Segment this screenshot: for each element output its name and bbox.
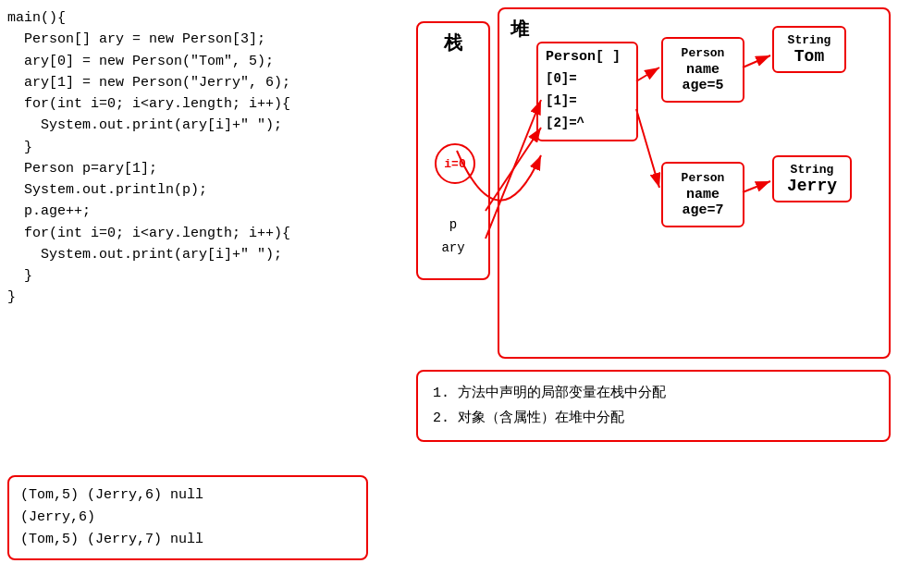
- note-2: 2. 对象（含属性）在堆中分配: [433, 406, 874, 431]
- notes-box: 1. 方法中声明的局部变量在栈中分配 2. 对象（含属性）在堆中分配: [416, 370, 891, 442]
- code-line: ary[0] = new Person("Tom", 5);: [7, 51, 396, 72]
- code-line: main(){: [7, 7, 396, 29]
- code-line: Person p=ary[1];: [7, 158, 396, 179]
- person2-name: name: [674, 187, 732, 202]
- stack-vars: p ary: [418, 214, 488, 260]
- array-row-2: [2]=^: [546, 113, 629, 135]
- note-1: 1. 方法中声明的局部变量在栈中分配: [433, 381, 874, 406]
- person1-name: name: [674, 62, 732, 78]
- output-line: (Tom,5) (Jerry,6) null: [20, 484, 355, 507]
- code-line: }: [7, 137, 396, 158]
- array-box: Person[ ] [0]= [1]= [2]=^: [536, 42, 638, 141]
- code-line: p.age++;: [7, 201, 396, 222]
- stack-box: 栈 i=0 p ary: [416, 21, 490, 280]
- string-tom-value: Tom: [787, 47, 831, 66]
- person2-age: age=7: [674, 202, 732, 218]
- diagram-area: 栈 i=0 p ary 堆 Person[ ] [0]= [1]= [2]=^ …: [416, 7, 891, 359]
- string-jerry-label: String: [787, 163, 837, 177]
- code-line: Person[] ary = new Person[3];: [7, 29, 396, 50]
- heap-label: 堆: [511, 17, 529, 42]
- heap-outer: 堆 Person[ ] [0]= [1]= [2]=^ Person name …: [498, 7, 891, 359]
- stack-var-p: p: [418, 214, 488, 237]
- code-line: for(int i=0; i<ary.length; i++){: [7, 223, 396, 244]
- string-tom-label: String: [787, 33, 831, 47]
- string-tom-box: String Tom: [772, 26, 846, 73]
- i-circle: i=0: [435, 143, 475, 184]
- code-line: ary[1] = new Person("Jerry", 6);: [7, 72, 396, 93]
- output-line: (Jerry,6): [20, 507, 355, 529]
- person1-label: Person: [674, 46, 732, 60]
- string-jerry-value: Jerry: [787, 177, 837, 195]
- code-line: System.out.print(ary[i]+" ");: [7, 244, 396, 265]
- array-row-1: [1]=: [546, 91, 629, 113]
- output-line: (Tom,5) (Jerry,7) null: [20, 529, 355, 551]
- code-section: main(){ Person[] ary = new Person[3]; ar…: [7, 7, 396, 309]
- stack-label: 栈: [444, 31, 462, 55]
- code-line: for(int i=0; i<ary.length; i++){: [7, 93, 396, 115]
- stack-var-ary: ary: [418, 237, 488, 260]
- array-title: Person[ ]: [546, 49, 629, 65]
- code-line: System.out.print(ary[i]+" ");: [7, 115, 396, 136]
- code-line: System.out.println(p);: [7, 179, 396, 201]
- person1-age: age=5: [674, 78, 732, 93]
- person2-label: Person: [674, 171, 732, 185]
- array-row-0: [0]=: [546, 68, 629, 91]
- person2-box: Person name age=7: [661, 162, 744, 227]
- code-line: }: [7, 265, 396, 287]
- output-box: (Tom,5) (Jerry,6) null(Jerry,6)(Tom,5) (…: [7, 475, 368, 560]
- code-line: }: [7, 287, 396, 308]
- string-jerry-box: String Jerry: [772, 155, 852, 202]
- person1-box: Person name age=5: [661, 37, 744, 103]
